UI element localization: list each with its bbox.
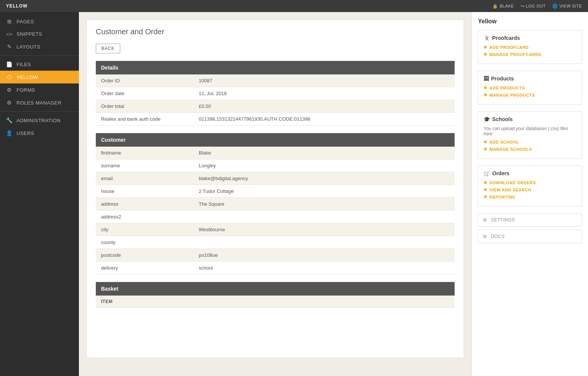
admin-icon: 🔧 [6, 117, 13, 123]
customer-label: postcode [96, 249, 193, 262]
proofcards-section-title: 🃏 Proofcards [484, 35, 576, 41]
sidebar-divider-2 [0, 111, 79, 112]
customer-row: firstnameBlake [96, 147, 455, 159]
sidebar: ⊞ PAGES </> SNIPPETS ✎ LAYOUTS 📄 FILES ⬡… [0, 12, 79, 376]
customer-value: school [193, 262, 455, 274]
customer-row: deliveryschool [96, 262, 455, 274]
manage-products-link[interactable]: MANAGE PRODUCTS [484, 92, 576, 97]
topbar: YELLOW 🔒 BLAKE ↪ LOG OUT 🌐 VIEW SITE [0, 0, 588, 12]
customer-label: delivery [96, 262, 193, 274]
customer-label: firstname [96, 147, 193, 159]
details-table: Details Order ID10087Order date11, Jul, … [96, 61, 455, 126]
add-products-link[interactable]: ADD PRODUCTS [484, 85, 576, 90]
sidebar-item-files-label: FILES [17, 62, 31, 67]
orders-section: 🛒 Orders DOWNLOAD ORDERS VIEW AND SEARCH… [478, 165, 582, 206]
sidebar-item-administration-label: ADMINISTRATION [17, 118, 60, 123]
settings-row[interactable]: ⚙ SETTINGS [478, 213, 582, 227]
schools-section: 🎓 Schools You can upload your databases … [478, 111, 582, 159]
user-label[interactable]: 🔒 BLAKE [493, 4, 514, 9]
details-header: Details [96, 61, 455, 74]
customer-header: Customer [96, 133, 455, 147]
add-products-icon [484, 85, 487, 90]
customer-row: county [96, 236, 455, 249]
customer-value: Longley [193, 159, 455, 172]
docs-row[interactable]: ⚙ DOCS [478, 230, 582, 243]
add-school-link[interactable]: ADD SCHOOL [484, 139, 576, 144]
customer-value: blake@bdigital.agency [193, 172, 455, 185]
sidebar-item-users-label: USERS [17, 130, 34, 136]
details-row: Order ID10087 [96, 74, 455, 87]
pages-icon: ⊞ [6, 18, 13, 24]
forms-icon: ⚙ [6, 87, 13, 93]
basket-column-item: ITEM [96, 296, 193, 308]
customer-row: addressThe Square [96, 198, 455, 211]
manage-proofcards-icon [484, 52, 487, 57]
customer-value: The Square [193, 198, 455, 211]
customer-row: house2 Tudor Cottage [96, 185, 455, 198]
sidebar-item-layouts[interactable]: ✎ LAYOUTS [0, 40, 79, 53]
basket-header: Basket [96, 282, 455, 296]
proofcards-icon: 🃏 [484, 35, 490, 41]
manage-proofcards-link[interactable]: MANAGE PROOFCARDS [484, 52, 576, 57]
docs-icon: ⚙ [483, 234, 487, 239]
schools-icon: 🎓 [484, 116, 490, 122]
reporting-icon [484, 194, 487, 199]
orders-icon: 🛒 [484, 170, 490, 176]
sidebar-item-pages[interactable]: ⊞ PAGES [0, 15, 79, 28]
proofcards-section: 🃏 Proofcards ADD PROOFCARD MANAGE PROOFC… [478, 30, 582, 64]
sidebar-item-layouts-label: LAYOUTS [17, 44, 40, 50]
right-panel-title: Yellow [478, 18, 582, 25]
details-label: Realex and bank auth code [96, 113, 193, 126]
reporting-link[interactable]: REPORTING [484, 194, 576, 199]
products-icon: 🖼 [484, 76, 489, 82]
roles-icon: ⚙ [6, 100, 13, 106]
sidebar-item-users[interactable]: 👤 USERS [0, 127, 79, 139]
sidebar-divider-1 [0, 55, 79, 56]
details-row: Order date11, Jul, 2018 [96, 87, 455, 100]
sidebar-item-files[interactable]: 📄 FILES [0, 58, 79, 71]
layouts-icon: ✎ [6, 44, 13, 50]
sidebar-item-yellow[interactable]: ⬡ YELLOW [0, 71, 79, 83]
manage-schools-link[interactable]: MANAGE SCHOOLS [484, 147, 576, 152]
details-row: Order total£0.50 [96, 100, 455, 113]
download-orders-icon [484, 180, 487, 185]
sidebar-item-roles-label: ROLES MANAGER [17, 100, 62, 106]
schools-section-title: 🎓 Schools [484, 116, 576, 122]
settings-icon: ⚙ [483, 217, 487, 223]
add-proofcard-link[interactable]: ADD PROOFCARD [484, 45, 576, 50]
sidebar-item-roles[interactable]: ⚙ ROLES MANAGER [0, 96, 79, 109]
details-label: Order date [96, 87, 193, 100]
customer-value: po108ue [193, 249, 455, 262]
sidebar-item-forms[interactable]: ⚙ FORMS [0, 83, 79, 96]
docs-label: DOCS [491, 234, 505, 239]
details-value: £0.50 [193, 100, 455, 113]
logout-button[interactable]: ↪ LOG OUT [521, 4, 546, 9]
manage-products-icon [484, 92, 487, 97]
customer-value: 2 Tudor Cottage [193, 185, 455, 198]
snippets-icon: </> [6, 32, 13, 36]
add-school-icon [484, 139, 487, 144]
topbar-actions: 🔒 BLAKE ↪ LOG OUT 🌐 VIEW SITE [493, 4, 582, 9]
download-orders-link[interactable]: DOWNLOAD ORDERS [484, 180, 576, 185]
right-panel: Yellow 🃏 Proofcards ADD PROOFCARD MANAGE… [472, 12, 588, 376]
view-site-button[interactable]: 🌐 VIEW SITE [552, 4, 582, 9]
products-section-title: 🖼 Products [484, 76, 576, 82]
sidebar-item-snippets-label: SNIPPETS [17, 31, 42, 37]
yellow-icon: ⬡ [6, 74, 13, 80]
customer-label: email [96, 172, 193, 185]
customer-label: surname [96, 159, 193, 172]
customer-label: address [96, 198, 193, 211]
sidebar-item-snippets[interactable]: </> SNIPPETS [0, 28, 79, 40]
sidebar-item-administration[interactable]: 🔧 ADMINISTRATION [0, 114, 79, 127]
customer-row: emailblake@bdigital.agency [96, 172, 455, 185]
customer-value: Blake [193, 147, 455, 159]
details-value: 11, Jul, 2018 [193, 87, 455, 100]
active-indicator [70, 76, 73, 79]
sidebar-item-yellow-label: YELLOW [17, 74, 38, 80]
add-proofcard-icon [484, 45, 487, 50]
customer-label: city [96, 223, 193, 236]
basket-columns-row: ITEM [96, 296, 455, 308]
view-search-link[interactable]: VIEW AND SEARCH [484, 187, 576, 192]
back-button[interactable]: BACK [96, 44, 120, 53]
customer-value: Westbourne [193, 223, 455, 236]
